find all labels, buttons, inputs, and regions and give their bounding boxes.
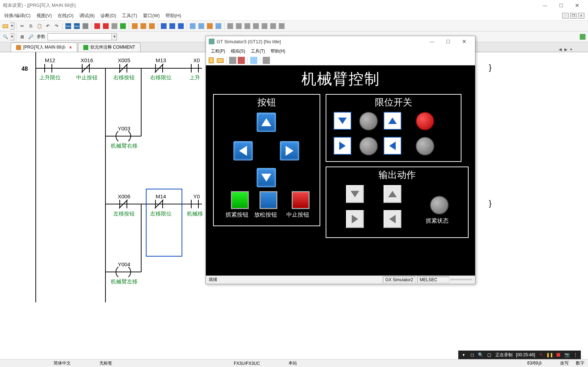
rec-window-icon[interactable]: ◻ [470, 352, 475, 357]
tb-o-icon[interactable] [226, 22, 234, 30]
dev1-icon[interactable]: Dev [64, 22, 72, 30]
rec-screen-icon[interactable]: ▢ [487, 352, 492, 357]
hmi-btn-down[interactable] [257, 168, 276, 187]
mdi-min[interactable]: - [562, 13, 569, 19]
tab-close-0[interactable]: × [69, 45, 72, 50]
undo-icon[interactable]: ↶ [44, 22, 52, 30]
right-tool-icon[interactable] [579, 33, 587, 41]
gt-simulator-window[interactable]: GT Simulator3 (GT12) [No title] — ☐ ✕ 工程… [206, 36, 475, 284]
gt-c-icon[interactable] [250, 57, 257, 64]
tab-nav-menu[interactable]: ▾ [570, 47, 575, 52]
gt-menu-tools[interactable]: 工具(T) [248, 48, 268, 55]
min-button[interactable]: — [537, 0, 553, 11]
tb-e-icon[interactable] [131, 22, 139, 30]
cut-icon[interactable]: ✂ [18, 22, 26, 30]
dev2-icon[interactable]: Dev [73, 22, 81, 30]
param-input[interactable] [48, 33, 112, 40]
rec-edit-icon[interactable]: ✎ [539, 352, 544, 357]
hmi-limit-down[interactable] [333, 112, 351, 130]
max-button[interactable]: ☐ [553, 0, 569, 11]
gt-titlebar[interactable]: GT Simulator3 (GT12) [No title] — ☐ ✕ [206, 36, 475, 47]
hmi-out-right[interactable] [346, 210, 364, 228]
tb-d-icon[interactable] [119, 22, 127, 30]
gt-b-icon[interactable] [238, 57, 245, 64]
tab-comment[interactable]: 软元件注释 COMMENT [78, 43, 140, 52]
menu-convert[interactable]: 转换/编译(C) [1, 11, 34, 20]
paste-icon[interactable]: 📋 [35, 22, 43, 30]
tb-open-drop[interactable]: ▼ [10, 23, 14, 30]
menu-debug[interactable]: 调试(B) [76, 11, 98, 20]
gt-close-button[interactable]: ✕ [456, 36, 472, 47]
param-drop[interactable]: ▼ [113, 33, 117, 40]
gt-min-button[interactable]: — [424, 36, 440, 47]
tb-c-icon[interactable] [110, 22, 118, 30]
mdi-close[interactable]: × [578, 13, 584, 19]
tb-open-icon[interactable] [1, 22, 9, 30]
tb-a-icon[interactable] [93, 22, 101, 30]
hmi-out-left[interactable] [384, 210, 401, 228]
tb-s-icon[interactable] [261, 22, 268, 30]
tb-q-icon[interactable] [243, 22, 251, 30]
tab-prg-main[interactable]: [PRG]写入 MAIN 69步 × [11, 43, 77, 52]
hmi-btn-stop[interactable] [292, 191, 310, 209]
tb-h-icon[interactable] [160, 22, 168, 30]
hmi-btn-grip[interactable] [231, 191, 249, 209]
copy-icon[interactable]: ⎘ [27, 22, 35, 30]
rec-camera-icon[interactable]: 📷 [564, 352, 569, 357]
gt-new-icon[interactable] [208, 57, 215, 64]
hmi-limit-left[interactable] [384, 137, 401, 155]
nav-icon[interactable]: ⊞ [18, 33, 26, 41]
menu-window[interactable]: 窗口(W) [140, 11, 163, 20]
menu-help[interactable]: 帮助(H) [163, 11, 184, 20]
gt-menu-project[interactable]: 工程(P) [208, 48, 228, 55]
mdi-restore[interactable]: ❐ [570, 13, 577, 19]
hmi-btn-release[interactable] [260, 191, 277, 209]
hmi-btn-up[interactable] [257, 113, 276, 132]
menu-online[interactable]: 在线(O) [55, 11, 76, 20]
tb-n-icon[interactable] [214, 22, 222, 30]
menu-diagnose[interactable]: 诊断(D) [98, 11, 119, 20]
hmi-out-up[interactable] [384, 185, 401, 203]
tb-l-icon[interactable] [197, 22, 205, 30]
hmi-out-down[interactable] [346, 185, 364, 203]
gt-open-icon[interactable] [217, 57, 224, 64]
search-icon[interactable]: 🔍 [1, 33, 9, 41]
hmi-stop-label: 中止按钮 [286, 211, 309, 219]
hmi-limit-right[interactable] [333, 137, 351, 155]
tb-i-icon[interactable] [168, 22, 176, 30]
rec-stop-icon[interactable] [556, 352, 561, 357]
tb-r-icon[interactable] [252, 22, 260, 30]
tb-u-icon[interactable] [278, 22, 286, 30]
tb-m-icon[interactable] [206, 22, 214, 30]
tb-j-icon[interactable] [177, 22, 185, 30]
tab-nav-right[interactable]: ▶ [564, 47, 569, 52]
rec-menu-icon[interactable]: ⋮ [573, 352, 578, 357]
find-icon[interactable]: 🔎 [27, 33, 35, 41]
gt-menu-sim[interactable]: 模拟(S) [228, 48, 248, 55]
rec-pause-icon[interactable]: ❚❚ [547, 352, 552, 357]
hmi-limit-up[interactable] [384, 112, 401, 130]
gt-max-button[interactable]: ☐ [440, 36, 456, 47]
tab-nav-left[interactable]: ◀ [559, 47, 564, 52]
tb-k-icon[interactable] [189, 22, 197, 30]
hmi-btn-right[interactable] [280, 141, 299, 160]
redo-icon[interactable]: ↷ [53, 22, 60, 30]
search-drop[interactable]: ▼ [10, 33, 14, 40]
menu-tools[interactable]: 工具(T) [119, 11, 140, 20]
hmi-btn-left[interactable] [233, 141, 253, 160]
hmi-screen[interactable]: 机械臂控制 按钮 抓紧按钮 放松按钮 中止按钮 限位开关 [206, 65, 475, 276]
rec-zoom-icon[interactable]: 🔍 [478, 352, 483, 357]
gt-a-icon[interactable] [229, 57, 236, 64]
rec-expand-icon[interactable]: ▾ [461, 352, 466, 357]
hex-icon[interactable] [81, 22, 89, 30]
tb-f-icon[interactable] [139, 22, 147, 30]
tb-b-icon[interactable] [102, 22, 110, 30]
gt-d-icon[interactable] [263, 57, 270, 64]
menu-view[interactable]: 视图(V) [34, 11, 55, 20]
tb-t-icon[interactable] [269, 22, 277, 30]
recorder-bar[interactable]: ▾ ◻ 🔍 ▢ 正在录制 [00:25:46] ✎ ❚❚ 📷 ⋮ [458, 351, 581, 359]
tb-g-icon[interactable] [148, 22, 156, 30]
gt-menu-help[interactable]: 帮助(H) [268, 48, 288, 55]
close-button[interactable]: ✕ [569, 0, 585, 11]
tb-p-icon[interactable] [235, 22, 243, 30]
